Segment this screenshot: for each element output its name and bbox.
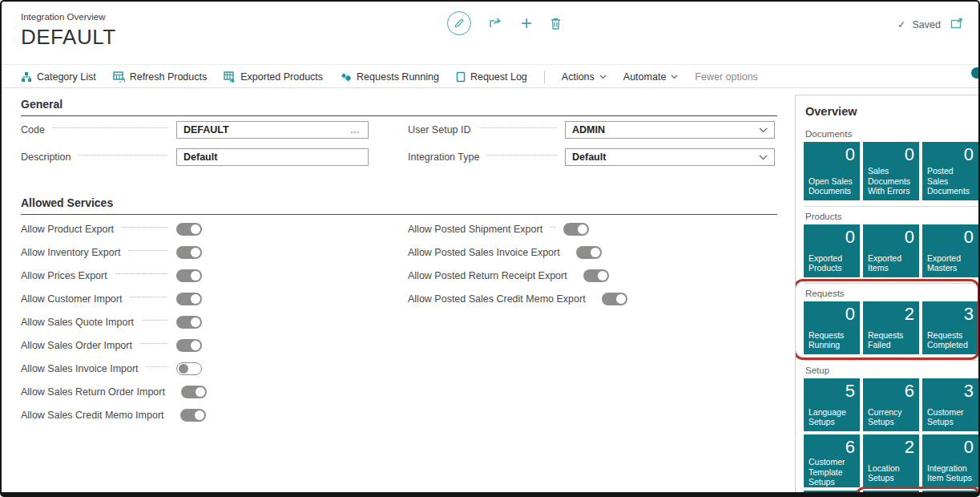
cue-group-label: Requests xyxy=(805,289,978,298)
tile-customer-template-setups[interactable]: 6 Customer Template Setups xyxy=(804,434,860,487)
toggle-allow-product-export[interactable] xyxy=(176,223,202,236)
chevron-down-icon[interactable] xyxy=(759,127,768,133)
toggle-allow-customer-import[interactable] xyxy=(176,293,202,305)
dotted-leader xyxy=(79,155,168,156)
tile-customer-setups[interactable]: 3 Customer Setups xyxy=(922,378,978,431)
tile-requests-running[interactable]: 0 Requests Running xyxy=(804,301,860,354)
code-input[interactable]: DEFAULT … xyxy=(176,121,369,139)
category-list-label: Category List xyxy=(37,71,96,83)
dotted-leader xyxy=(142,320,168,321)
factbox-toggle-button[interactable] xyxy=(971,67,980,79)
actions-menu[interactable]: Actions xyxy=(562,71,607,83)
tile-label: Language Setups xyxy=(809,407,855,427)
tile-language-setups[interactable]: 5 Language Setups xyxy=(804,378,860,431)
integration-type-field-row: Integration Type Default xyxy=(408,148,775,166)
description-value: Default xyxy=(183,152,217,163)
tile-requests-failed[interactable]: 2 Requests Failed xyxy=(863,301,919,354)
tile-scheduled-request-setups[interactable]: 1 Scheduled Request Setups xyxy=(922,491,978,494)
toggle-allow-posted-sales-invoice-export[interactable] xyxy=(576,246,602,259)
toggle-row: Allow Sales Return Order Import xyxy=(21,386,202,398)
toggle-row: Allow Product Export xyxy=(21,223,202,236)
toggle-allow-prices-export[interactable] xyxy=(176,269,202,282)
actions-menu-label: Actions xyxy=(562,71,595,83)
delete-button[interactable] xyxy=(550,17,562,30)
tile-value: 0 xyxy=(927,228,974,247)
exported-products-label: Exported Products xyxy=(240,71,323,83)
tile-open-sales-documents[interactable]: 0 Open Sales Documents xyxy=(804,142,860,200)
toggle-allow-posted-shipment-export[interactable] xyxy=(563,223,589,236)
breadcrumb[interactable]: Integration Overview xyxy=(21,12,105,22)
automate-menu[interactable]: Automate xyxy=(623,71,679,83)
toggle-row: Allow Sales Order Import xyxy=(21,339,202,352)
open-in-new-window-button[interactable] xyxy=(950,18,964,30)
tile-exported-items[interactable]: 0 Exported Items xyxy=(863,224,919,277)
tile-sales-documents-with-errors[interactable]: 0 Sales Documents With Errors xyxy=(863,142,919,200)
tile-value: 0 xyxy=(809,145,855,164)
user-setup-id-select[interactable]: ADMIN xyxy=(565,121,775,139)
tile-value: 0 xyxy=(868,145,914,164)
toggle-allow-sales-invoice-import[interactable] xyxy=(176,362,202,375)
tile-currency-setups[interactable]: 6 Currency Setups xyxy=(863,378,919,431)
integration-type-select[interactable]: Default xyxy=(565,148,775,166)
code-label: Code xyxy=(21,124,45,135)
toggle-label: Allow Product Export xyxy=(21,224,114,235)
chevron-down-icon[interactable] xyxy=(759,155,768,160)
general-section-heading: General xyxy=(21,98,777,116)
allowed-services-section-heading: Allowed Services xyxy=(21,196,777,215)
tile-integration-item-setups[interactable]: 0 Integration Item Setups xyxy=(922,434,978,487)
toggle-allow-sales-credit-memo-import[interactable] xyxy=(180,409,206,422)
toggle-row: Allow Prices Export xyxy=(21,269,202,282)
tile-location-setups[interactable]: 2 Location Setups xyxy=(863,434,919,487)
tile-posted-sales-documents[interactable]: 0 Posted Sales Documents xyxy=(922,142,978,200)
tile-label: Integration Item Setups xyxy=(927,463,974,483)
requests-running-button[interactable]: Requests Running xyxy=(340,71,439,83)
page-title: DEFAULT xyxy=(21,25,116,50)
description-input[interactable]: Default xyxy=(176,148,369,166)
toggle-row: Allow Sales Quote Import xyxy=(21,316,202,329)
tile-additional-data-setups[interactable]: 0 Additional Data Setups xyxy=(804,491,860,494)
toggle-allow-sales-quote-import[interactable] xyxy=(176,316,202,329)
toggle-allow-inventory-export[interactable] xyxy=(176,246,202,259)
assist-edit-button[interactable]: … xyxy=(350,124,362,135)
tile-value: 0 xyxy=(927,145,974,164)
fewer-options-button[interactable]: Fewer options xyxy=(695,71,758,83)
overview-factbox: Overview Documents 0 Open Sales Document… xyxy=(795,95,978,494)
system-actions: + xyxy=(447,11,562,35)
dotted-leader xyxy=(128,250,168,251)
tile-value: 0 xyxy=(868,228,914,247)
tile-value: 5 xyxy=(809,382,855,401)
request-log-label: Request Log xyxy=(470,71,527,83)
exported-products-button[interactable]: Exported Products xyxy=(224,71,323,83)
integration-type-label: Integration Type xyxy=(408,152,479,163)
share-button[interactable] xyxy=(489,17,503,30)
tile-value: 3 xyxy=(927,382,974,401)
toggle-allow-posted-return-receipt-export[interactable] xyxy=(583,269,609,282)
category-list-button[interactable]: Category List xyxy=(21,71,96,83)
tile-value: 2 xyxy=(868,438,914,457)
toggle-label: Allow Sales Quote Import xyxy=(21,317,134,328)
save-status-label: Saved xyxy=(912,19,940,30)
cue-group-products: Products 0 Exported Products 0 Exported … xyxy=(804,206,978,277)
refresh-grid-icon xyxy=(113,71,125,83)
dotted-leader xyxy=(53,127,168,128)
toggle-allow-sales-order-import[interactable] xyxy=(176,339,202,352)
cue-group-setup: Setup 5 Language Setups 6 Currency Setup… xyxy=(804,360,978,494)
edit-button[interactable] xyxy=(447,11,471,35)
integration-overview-window: Integration Overview DEFAULT + ✓ Saved xyxy=(0,0,980,497)
tile-label: Posted Sales Documents xyxy=(927,166,974,196)
tile-label: Sales Documents With Errors xyxy=(868,166,914,196)
toggle-allow-posted-sales-credit-memo-export[interactable] xyxy=(602,293,627,305)
tile-exported-masters[interactable]: 0 Exported Masters xyxy=(922,224,978,277)
toggle-allow-sales-return-order-import[interactable] xyxy=(181,386,207,398)
log-document-icon xyxy=(456,71,466,83)
dotted-leader xyxy=(140,343,168,344)
gears-icon xyxy=(340,71,352,83)
tile-request-setups[interactable]: 2 Request Setups xyxy=(863,491,919,494)
new-button[interactable]: + xyxy=(521,14,532,33)
tile-exported-products[interactable]: 0 Exported Products xyxy=(804,224,860,277)
user-setup-id-label: User Setup ID xyxy=(408,124,471,135)
request-log-button[interactable]: Request Log xyxy=(456,71,527,83)
refresh-products-button[interactable]: Refresh Products xyxy=(113,71,208,83)
refresh-products-label: Refresh Products xyxy=(130,71,208,83)
tile-requests-completed[interactable]: 3 Requests Completed xyxy=(922,301,978,354)
